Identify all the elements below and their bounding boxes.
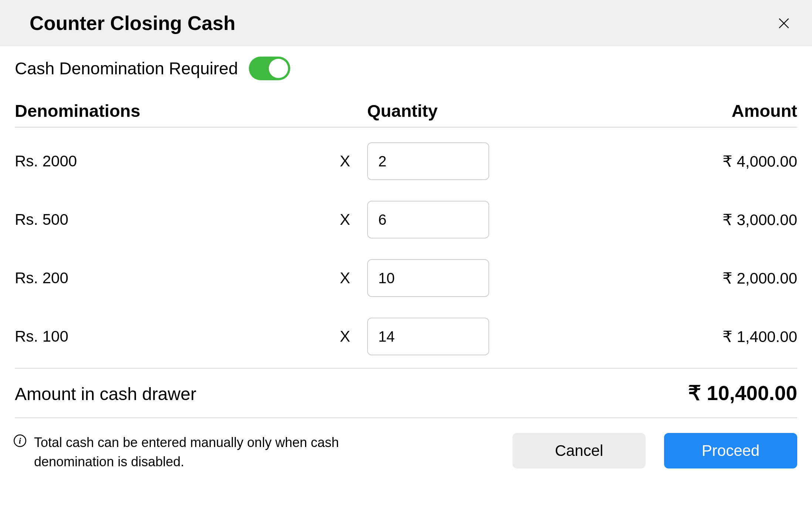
multiply-icon: X	[323, 152, 367, 170]
denomination-row: Rs. 2000 X ₹ 4,000.00	[15, 132, 797, 190]
proceed-button[interactable]: Proceed	[664, 433, 797, 468]
dialog-header: Counter Closing Cash	[0, 0, 812, 46]
info-section: i Total cash can be entered manually onl…	[13, 433, 498, 471]
cancel-button[interactable]: Cancel	[512, 433, 646, 468]
row-amount: ₹ 3,000.00	[489, 211, 797, 229]
row-amount: ₹ 2,000.00	[489, 269, 797, 287]
total-label: Amount in cash drawer	[15, 384, 196, 404]
multiply-icon: X	[323, 269, 367, 287]
quantity-input[interactable]	[367, 142, 489, 180]
close-icon	[777, 16, 791, 30]
close-button[interactable]	[775, 14, 793, 32]
denomination-label: Rs. 100	[15, 328, 323, 345]
denomination-label: Rs. 200	[15, 269, 323, 287]
denomination-row: Rs. 500 X ₹ 3,000.00	[15, 190, 797, 249]
table-header: Denominations Quantity Amount	[15, 101, 797, 128]
quantity-input[interactable]	[367, 201, 489, 238]
svg-text:i: i	[19, 436, 21, 446]
quantity-input[interactable]	[367, 259, 489, 297]
denomination-rows: Rs. 2000 X ₹ 4,000.00 Rs. 500 X ₹ 3,000.…	[15, 128, 797, 366]
header-amount: Amount	[489, 101, 797, 121]
header-quantity: Quantity	[367, 101, 489, 121]
denomination-toggle[interactable]	[249, 57, 290, 80]
multiply-icon: X	[323, 328, 367, 345]
total-amount: ₹ 10,400.00	[688, 381, 797, 405]
header-denominations: Denominations	[15, 101, 323, 121]
info-text: Total cash can be entered manually only …	[34, 433, 374, 471]
denomination-toggle-label: Cash Denomination Required	[15, 58, 238, 78]
quantity-input[interactable]	[367, 318, 489, 355]
denomination-row: Rs. 100 X ₹ 1,400.00	[15, 307, 797, 366]
button-group: Cancel Proceed	[512, 433, 797, 468]
denomination-row: Rs. 200 X ₹ 2,000.00	[15, 249, 797, 307]
dialog-content: Cash Denomination Required Denominations…	[0, 46, 812, 418]
row-amount: ₹ 4,000.00	[489, 152, 797, 170]
counter-closing-cash-dialog: Counter Closing Cash Cash Denomination R…	[0, 0, 812, 471]
dialog-title: Counter Closing Cash	[30, 12, 236, 34]
row-amount: ₹ 1,400.00	[489, 328, 797, 346]
toggle-knob	[269, 59, 288, 78]
dialog-footer: i Total cash can be entered manually onl…	[0, 418, 812, 471]
denomination-label: Rs. 2000	[15, 152, 323, 170]
total-row: Amount in cash drawer ₹ 10,400.00	[15, 368, 797, 418]
denomination-label: Rs. 500	[15, 211, 323, 229]
denomination-toggle-row: Cash Denomination Required	[15, 57, 797, 80]
info-icon: i	[13, 434, 27, 447]
multiply-icon: X	[323, 211, 367, 229]
